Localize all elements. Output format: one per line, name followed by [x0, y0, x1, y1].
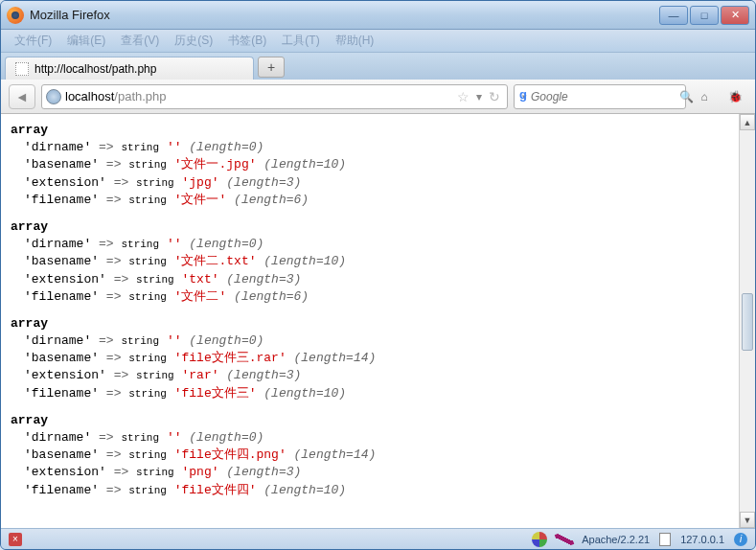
arrow: =>	[106, 483, 122, 497]
array-header: array	[11, 315, 745, 332]
menu-bookmarks[interactable]: 书签(B)	[222, 31, 272, 51]
page-icon	[15, 62, 29, 76]
search-input[interactable]	[531, 90, 676, 103]
menu-tools[interactable]: 工具(T)	[276, 31, 325, 51]
colorwheel-icon[interactable]	[532, 532, 547, 547]
new-tab-button[interactable]: +	[258, 57, 285, 78]
arrow: =>	[99, 237, 114, 251]
array-row: 'filename' => string 'file文件四' (length=1…	[11, 482, 745, 499]
row-type: string	[128, 256, 167, 267]
menu-history[interactable]: 历史(S)	[169, 31, 218, 51]
page-status-icon[interactable]	[659, 533, 671, 546]
scroll-thumb[interactable]	[742, 293, 753, 351]
row-type: string	[121, 335, 159, 347]
tab-active[interactable]: http://localhost/path.php	[5, 57, 254, 80]
row-value: ''	[167, 140, 182, 154]
scroll-up-button[interactable]: ▲	[740, 114, 755, 130]
row-length: (length=6)	[234, 289, 309, 304]
row-key: 'dirname'	[24, 430, 91, 445]
row-type: string	[121, 432, 159, 444]
array-row: 'dirname' => string '' (length=0)	[11, 332, 745, 350]
browser-window: Mozilla Firefox — □ ✕ 文件(F) 编辑(E) 查看(V) …	[0, 0, 756, 550]
row-length: (length=10)	[263, 483, 346, 497]
row-type: string	[128, 353, 167, 364]
titlebar: Mozilla Firefox — □ ✕	[1, 1, 755, 30]
row-key: 'filename'	[24, 483, 99, 497]
firefox-icon	[7, 7, 24, 24]
array-row: 'basename' => string '文件一.jpg' (length=1…	[11, 156, 745, 173]
row-value: 'file文件三'	[174, 386, 257, 401]
row-key: 'filename'	[24, 289, 99, 304]
row-key: 'filename'	[24, 386, 99, 401]
dropdown-icon[interactable]: ▾	[476, 90, 482, 103]
firebug-button[interactable]: 🐞	[722, 84, 747, 109]
array-block: array'dirname' => string '' (length=0)'b…	[11, 412, 745, 499]
bookmark-star-icon[interactable]: ☆	[454, 89, 472, 104]
array-block: array'dirname' => string '' (length=0)'b…	[11, 218, 745, 306]
row-value: ''	[167, 237, 182, 251]
array-block: array'dirname' => string '' (length=0)'b…	[11, 315, 745, 402]
vertical-scrollbar[interactable]: ▲ ▼	[739, 114, 755, 528]
url-path: /path.php	[114, 89, 166, 103]
maximize-button[interactable]: □	[690, 6, 719, 25]
row-value: '文件一'	[174, 193, 227, 207]
arrow: =>	[99, 140, 114, 154]
array-row: 'extension' => string 'rar' (length=3)	[11, 367, 745, 384]
row-value: 'txt'	[181, 272, 218, 286]
arrow: =>	[99, 333, 114, 348]
array-row: 'dirname' => string '' (length=0)	[11, 429, 745, 447]
row-key: 'filename'	[24, 193, 99, 207]
row-type: string	[128, 449, 167, 461]
scroll-down-button[interactable]: ▼	[740, 512, 755, 528]
array-row: 'filename' => string 'file文件三' (length=1…	[11, 385, 745, 402]
row-value: ''	[167, 333, 182, 348]
info-icon[interactable]: i	[734, 533, 747, 546]
row-length: (length=6)	[234, 193, 309, 207]
row-length: (length=3)	[226, 175, 301, 190]
url-host: localhost	[65, 89, 114, 103]
scroll-track[interactable]	[740, 130, 755, 512]
row-type: string	[136, 467, 174, 478]
row-length: (length=3)	[226, 465, 301, 479]
row-length: (length=0)	[189, 140, 263, 154]
row-length: (length=3)	[226, 368, 301, 382]
row-type: string	[121, 142, 159, 153]
row-type: string	[128, 195, 167, 206]
tabstrip: http://localhost/path.php +	[1, 53, 755, 80]
row-type: string	[136, 177, 174, 189]
menu-help[interactable]: 帮助(H)	[330, 31, 380, 51]
arrow: =>	[114, 272, 129, 286]
array-row: 'extension' => string 'png' (length=3)	[11, 464, 745, 481]
array-header: array	[11, 218, 745, 236]
apache-feather-icon[interactable]	[555, 529, 575, 549]
reload-icon[interactable]: ↻	[486, 89, 503, 104]
minimize-button[interactable]: —	[659, 6, 688, 25]
row-key: 'basename'	[24, 157, 99, 172]
array-row: 'dirname' => string '' (length=0)	[11, 139, 745, 156]
back-button[interactable]: ◄	[9, 84, 35, 109]
row-type: string	[136, 274, 174, 286]
arrow: =>	[106, 254, 122, 268]
row-value: 'jpg'	[181, 175, 218, 190]
array-row: 'filename' => string '文件一' (length=6)	[11, 192, 745, 209]
menu-file[interactable]: 文件(F)	[9, 31, 57, 51]
row-value: ''	[167, 430, 182, 445]
home-button[interactable]: ⌂	[692, 84, 717, 109]
window-title: Mozilla Firefox	[30, 8, 659, 22]
row-value: '文件二.txt'	[174, 254, 257, 268]
menu-edit[interactable]: 编辑(E)	[61, 31, 111, 51]
row-key: 'extension'	[24, 272, 106, 286]
row-length: (length=3)	[226, 272, 301, 286]
statusbar-close-icon[interactable]: ×	[9, 533, 22, 546]
menu-view[interactable]: 查看(V)	[115, 31, 165, 51]
array-header: array	[11, 412, 745, 429]
row-key: 'extension'	[24, 175, 106, 190]
array-block: array'dirname' => string '' (length=0)'b…	[11, 122, 745, 209]
search-bar[interactable]: ▾ 🔍	[514, 84, 686, 109]
array-row: 'basename' => string '文件二.txt' (length=1…	[11, 253, 745, 270]
address-bar[interactable]: localhost/path.php ☆ ▾ ↻	[41, 84, 508, 109]
nav-toolbar: ◄ localhost/path.php ☆ ▾ ↻ ▾ 🔍 ⌂ 🐞	[1, 80, 755, 114]
arrow: =>	[114, 465, 129, 479]
arrow: =>	[99, 430, 114, 445]
close-button[interactable]: ✕	[721, 6, 749, 25]
